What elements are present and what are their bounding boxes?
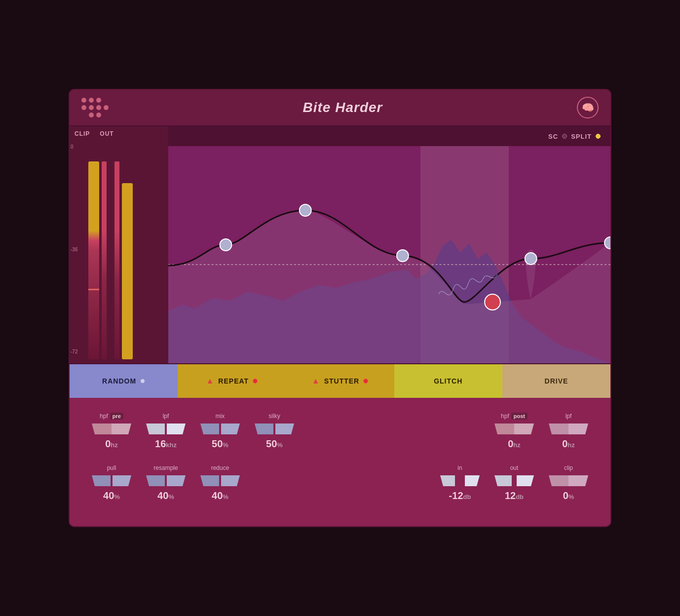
brand-icon[interactable]: 🧠: [577, 97, 599, 118]
band-stutter[interactable]: ▲ STUTTER: [286, 364, 394, 398]
svg-marker-21: [517, 475, 534, 486]
svg-marker-2: [146, 424, 165, 434]
control-pull: pull 40%: [89, 464, 134, 501]
band-drive[interactable]: DRIVE: [502, 364, 610, 398]
sc-label: SC: [548, 133, 558, 140]
repeat-icon: ▲: [206, 377, 215, 385]
band-repeat[interactable]: ▲ REPEAT: [178, 364, 286, 398]
mix-value: 50%: [212, 438, 228, 450]
clip-fader[interactable]: [549, 475, 588, 486]
svg-marker-13: [113, 475, 131, 486]
lpf-pre-label: lpf: [163, 413, 169, 420]
band-drive-label: DRIVE: [545, 377, 568, 385]
out-meter-2: [122, 183, 133, 359]
band-repeat-label: REPEAT: [218, 377, 249, 385]
split-indicator[interactable]: [596, 134, 601, 139]
band-stutter-label: STUTTER: [324, 377, 360, 385]
meter-labels: CLIP OUT: [70, 130, 168, 137]
svg-marker-7: [275, 424, 294, 434]
mix-fader[interactable]: [200, 424, 240, 434]
resample-fader[interactable]: [146, 475, 186, 486]
clip-meter-1: [88, 161, 99, 359]
reduce-fader[interactable]: [200, 475, 240, 486]
silky-fader-shape: [255, 424, 294, 434]
reduce-label: reduce: [211, 464, 229, 471]
control-point-2[interactable]: [300, 204, 311, 216]
db-72: -72: [71, 349, 77, 354]
out-meter-1: [114, 161, 119, 359]
lpf-pre-fader[interactable]: [146, 424, 186, 434]
silky-label: silky: [268, 413, 280, 420]
out-fader[interactable]: [494, 475, 534, 486]
mix-fader-shape: [200, 424, 240, 434]
control-point-1[interactable]: [220, 239, 232, 251]
envelope-curve: [168, 146, 610, 363]
main-display: SC SPLIT: [168, 126, 610, 363]
svg-marker-5: [221, 424, 240, 434]
svg-marker-1: [112, 424, 131, 434]
band-glitch[interactable]: GLITCH: [394, 364, 502, 398]
plugin-container: Bite Harder 🧠 CLIP OUT 0 -36 -72: [69, 89, 611, 527]
hpf-pre-value: 0hz: [105, 438, 118, 450]
svg-marker-19: [465, 475, 480, 486]
pull-value: 40%: [103, 490, 120, 501]
band-glitch-label: GLITCH: [434, 377, 462, 385]
svg-marker-4: [200, 424, 219, 434]
svg-marker-17: [221, 475, 240, 486]
in-fader[interactable]: [440, 475, 480, 486]
lpf-post-label: lpf: [566, 413, 572, 420]
control-hpf-post: hpf post 0hz: [492, 413, 536, 450]
reduce-fader-shape: [200, 475, 240, 486]
control-out: out 12db: [492, 464, 536, 501]
hpf-post-label: hpf: [501, 413, 509, 420]
db-36: -36: [71, 247, 77, 252]
out-label: out: [510, 464, 519, 471]
control-reduce: reduce 40%: [198, 464, 242, 501]
sc-split-controls: SC SPLIT: [548, 133, 601, 140]
mix-label: mix: [216, 413, 225, 420]
in-fader-shape: [440, 475, 480, 486]
silky-fader[interactable]: [255, 424, 294, 434]
lpf-pre-fader-shape: [146, 424, 186, 434]
stutter-icon: ▲: [312, 377, 320, 385]
controls-area: hpf pre 0hz lpf: [70, 398, 610, 526]
lpf-post-fader[interactable]: [549, 424, 588, 434]
reduce-value: 40%: [212, 490, 228, 501]
band-random-label: RANDOM: [102, 377, 136, 385]
lpf-pre-value: 16khz: [155, 438, 177, 450]
control-point-5[interactable]: [525, 253, 537, 265]
hpf-pre-fader[interactable]: [92, 424, 131, 434]
svg-marker-23: [568, 475, 588, 486]
control-point-3[interactable]: [397, 250, 409, 262]
logo-icon: [81, 98, 109, 117]
lpf-post-fader-shape: [549, 424, 588, 434]
bands-strip: RANDOM ▲ REPEAT ▲ STUTTER GLITCH DRIVE: [70, 363, 610, 398]
band-random[interactable]: RANDOM: [70, 364, 178, 398]
control-resample: resample 40%: [144, 464, 188, 501]
svg-marker-18: [440, 475, 455, 486]
svg-marker-8: [494, 424, 514, 434]
pre-controls-row: hpf pre 0hz lpf: [89, 413, 591, 450]
out-meters: [114, 139, 133, 359]
sc-indicator[interactable]: [562, 134, 567, 139]
out-fader-shape: [494, 475, 534, 486]
post-section-label: post: [511, 413, 528, 420]
pull-fader[interactable]: [92, 475, 131, 486]
control-mix: mix 50%: [198, 413, 242, 450]
header: Bite Harder 🧠: [70, 90, 610, 126]
out-label: OUT: [100, 130, 113, 137]
resample-fader-shape: [146, 475, 186, 486]
clip-label: CLIP: [75, 130, 90, 137]
control-hpf-pre: hpf pre 0hz: [89, 413, 134, 450]
db-0: 0: [71, 144, 77, 150]
svg-marker-16: [200, 475, 219, 486]
svg-marker-6: [255, 424, 273, 434]
clip-value: 0%: [563, 490, 574, 501]
control-point-4-red[interactable]: [485, 294, 500, 310]
svg-marker-10: [549, 424, 568, 434]
hpf-post-fader[interactable]: [494, 424, 534, 434]
hpf-post-value: 0hz: [508, 438, 521, 450]
bottom-controls-row: pull 40% resample: [89, 464, 591, 501]
hpf-pre-fader-shape: [92, 424, 131, 434]
svg-marker-12: [92, 475, 111, 486]
